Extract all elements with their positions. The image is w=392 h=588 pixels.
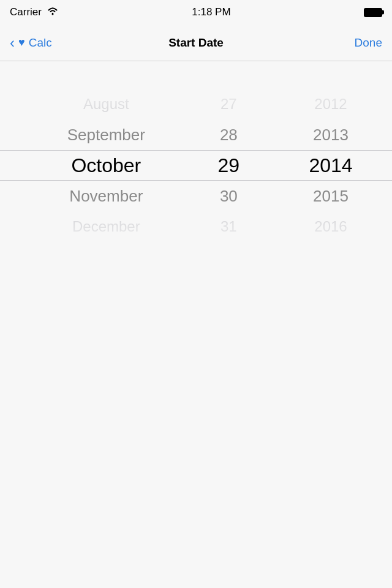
carrier-label: Carrier (10, 6, 42, 18)
nav-bar: ‹ ♥ Calc Start Date Done (0, 24, 392, 61)
list-item[interactable]: 28 (188, 119, 270, 150)
status-time: 1:18 PM (192, 6, 230, 18)
back-chevron-icon: ‹ (10, 36, 15, 50)
list-item[interactable]: 2013 (270, 119, 392, 150)
list-item[interactable]: 29 (188, 150, 270, 181)
back-button[interactable]: ‹ ♥ Calc (10, 36, 52, 50)
picker-columns: August September October November Decemb… (0, 74, 392, 257)
heart-icon: ♥ (18, 36, 25, 49)
list-item[interactable]: 2015 (270, 181, 392, 211)
battery-icon (364, 8, 382, 17)
status-bar: Carrier 1:18 PM (0, 0, 392, 24)
list-item[interactable]: September (24, 119, 188, 150)
battery-indicator (364, 8, 382, 17)
date-picker[interactable]: August September October November Decemb… (0, 74, 392, 257)
list-item[interactable]: October (24, 150, 188, 181)
list-item[interactable]: December (24, 211, 188, 242)
list-item[interactable]: November (24, 181, 188, 211)
list-item[interactable]: 2016 (270, 211, 392, 242)
done-button[interactable]: Done (355, 36, 382, 50)
wifi-icon (47, 6, 59, 18)
status-carrier: Carrier (10, 6, 59, 18)
svg-point-0 (51, 13, 53, 15)
month-column[interactable]: August September October November Decemb… (0, 74, 188, 257)
list-item[interactable]: 2012 (270, 89, 392, 119)
year-column[interactable]: 2012 2013 2014 2015 2016 (270, 74, 392, 257)
nav-title: Start Date (168, 36, 224, 50)
list-item[interactable]: 27 (188, 89, 270, 119)
list-item[interactable]: 30 (188, 181, 270, 211)
list-item[interactable]: August (24, 89, 188, 119)
back-label: Calc (29, 36, 52, 50)
list-item[interactable]: 2014 (270, 150, 392, 181)
day-column[interactable]: 27 28 29 30 31 (188, 74, 270, 257)
list-item[interactable]: 31 (188, 211, 270, 242)
